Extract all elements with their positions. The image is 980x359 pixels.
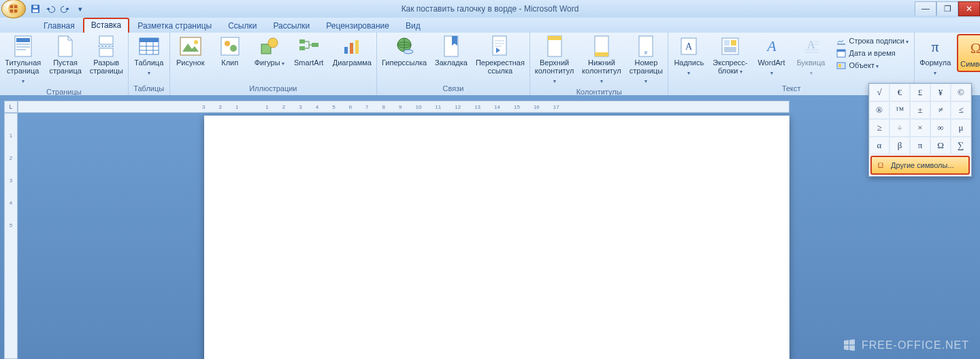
page-break-button[interactable]: Разрыв страницы xyxy=(88,34,125,76)
symbol-cell[interactable]: ≠ xyxy=(930,101,951,119)
svg-rect-31 xyxy=(493,36,506,55)
tab-review[interactable]: Рецензирование xyxy=(318,19,397,33)
object-button[interactable]: Объект xyxy=(833,60,912,71)
horizontal-ruler[interactable]: 3211234567891011121314151617 xyxy=(18,101,789,113)
signature-icon xyxy=(836,35,847,46)
wordart-button[interactable]: AWordArt xyxy=(754,34,789,79)
group-label-links: Связи xyxy=(380,84,527,94)
tab-refs[interactable]: Ссылки xyxy=(220,19,265,33)
svg-point-17 xyxy=(225,41,230,46)
symbol-cell[interactable]: ∑ xyxy=(951,137,971,154)
svg-rect-42 xyxy=(731,40,736,46)
symbol-cell[interactable]: α xyxy=(869,137,889,154)
picture-icon xyxy=(180,35,201,57)
symbol-icon: Ω xyxy=(965,37,980,58)
quick-access-toolbar: ▾ xyxy=(30,3,86,14)
ruler-corner[interactable]: L xyxy=(4,101,18,113)
symbol-dropdown: √€£¥©®™±≠≤≥÷×∞μαβπΩ∑ Ω Другие символы... xyxy=(868,83,972,177)
datetime-icon xyxy=(836,48,847,58)
quickparts-button[interactable]: Экспресс-блоки xyxy=(710,34,749,78)
cover-page-button[interactable]: Титульная страница xyxy=(3,34,43,87)
header-button[interactable]: Верхний колонтитул xyxy=(533,34,576,87)
dropcap-button[interactable]: AБуквица xyxy=(794,34,829,79)
symbol-cell[interactable]: ± xyxy=(910,101,930,119)
shapes-button[interactable]: Фигуры xyxy=(252,34,287,69)
tab-mail[interactable]: Рассылки xyxy=(265,19,318,33)
symbol-cell[interactable]: ¥ xyxy=(930,84,951,101)
bookmark-button[interactable]: Закладка xyxy=(433,34,470,68)
symbol-button[interactable]: ΩСимвол xyxy=(957,34,980,72)
datetime-button[interactable]: Дата и время xyxy=(833,48,912,58)
clip-button[interactable]: Клип xyxy=(212,34,248,68)
tab-insert[interactable]: Вставка xyxy=(83,18,130,33)
equation-button[interactable]: πФормула xyxy=(917,34,953,79)
symbol-cell[interactable]: ≤ xyxy=(951,101,971,119)
blank-page-button[interactable]: Пустая страница xyxy=(47,34,83,76)
table-icon xyxy=(138,35,160,57)
symbol-cell[interactable]: π xyxy=(910,137,930,154)
svg-rect-47 xyxy=(837,50,845,52)
pagenum-button[interactable]: #Номер страницы xyxy=(627,34,666,87)
textbox-button[interactable]: AНадпись xyxy=(671,34,706,79)
svg-rect-8 xyxy=(16,49,26,50)
header-icon xyxy=(544,35,566,57)
smartart-button[interactable]: SmartArt xyxy=(291,34,327,68)
symbol-cell[interactable]: ≥ xyxy=(869,119,889,137)
hyperlink-button[interactable]: Гиперссылка xyxy=(380,34,429,68)
group-headers: Верхний колонтитул Нижний колонтитул #Но… xyxy=(530,33,668,95)
symbol-cell[interactable]: € xyxy=(889,84,910,101)
table-button[interactable]: Таблица xyxy=(131,34,167,79)
minimize-button[interactable]: — xyxy=(915,1,936,16)
svg-rect-13 xyxy=(180,37,201,55)
document-area: L 3211234567891011121314151617 12345 xyxy=(0,95,980,359)
symbol-cell[interactable]: ∞ xyxy=(930,119,951,137)
save-icon[interactable] xyxy=(30,3,41,14)
undo-icon[interactable] xyxy=(45,3,56,14)
tab-layout[interactable]: Разметка страницы xyxy=(129,19,220,33)
vertical-ruler[interactable]: 12345 xyxy=(4,113,18,359)
chart-button[interactable]: Диаграмма xyxy=(331,34,374,68)
svg-rect-21 xyxy=(299,39,305,44)
svg-rect-33 xyxy=(548,36,561,40)
document-page[interactable] xyxy=(204,116,789,359)
symbol-cell[interactable]: ™ xyxy=(889,101,910,119)
symbol-cell[interactable]: ÷ xyxy=(889,119,910,137)
svg-text:A: A xyxy=(685,41,693,52)
footer-button[interactable]: Нижний колонтитул xyxy=(580,34,623,87)
svg-rect-23 xyxy=(312,43,318,47)
symbol-cell[interactable]: √ xyxy=(869,84,889,101)
symbol-cell[interactable]: £ xyxy=(910,84,930,101)
symbol-cell[interactable]: ® xyxy=(869,101,889,119)
office-button[interactable] xyxy=(1,0,26,18)
symbol-cell[interactable]: Ω xyxy=(930,137,951,154)
omega-icon: Ω xyxy=(876,160,887,171)
smartart-icon xyxy=(298,35,320,57)
tab-view[interactable]: Вид xyxy=(397,19,429,33)
redo-icon[interactable] xyxy=(60,3,71,14)
signature-line-button[interactable]: Строка подписи xyxy=(833,35,912,46)
symbol-cell[interactable]: β xyxy=(889,137,910,154)
maximize-button[interactable]: ❐ xyxy=(936,1,958,16)
svg-text:Ω: Ω xyxy=(878,160,884,169)
svg-rect-43 xyxy=(724,47,736,52)
close-button[interactable]: ✕ xyxy=(958,1,980,16)
symbol-cell[interactable]: μ xyxy=(951,119,971,137)
pagenum-icon: # xyxy=(635,35,657,57)
dropcap-icon: A xyxy=(800,35,822,57)
object-icon xyxy=(836,60,847,71)
clip-icon xyxy=(219,35,241,57)
equation-icon: π xyxy=(924,35,946,57)
symbol-cell[interactable]: × xyxy=(910,119,930,137)
svg-rect-22 xyxy=(299,46,305,50)
chart-icon xyxy=(341,35,363,57)
svg-rect-16 xyxy=(221,37,239,55)
crossref-button[interactable]: Перекрестная ссылка xyxy=(474,34,527,76)
tab-home[interactable]: Главная xyxy=(35,19,83,33)
more-symbols-button[interactable]: Ω Другие символы... xyxy=(870,156,970,175)
symbol-cell[interactable]: © xyxy=(951,84,971,101)
symbol-grid: √€£¥©®™±≠≤≥÷×∞μαβπΩ∑ xyxy=(869,84,971,154)
footer-icon xyxy=(591,35,612,57)
qat-more-icon[interactable]: ▾ xyxy=(75,3,86,14)
ribbon-tabs: Главная Вставка Разметка страницы Ссылки… xyxy=(0,18,980,33)
picture-button[interactable]: Рисунок xyxy=(173,34,208,68)
